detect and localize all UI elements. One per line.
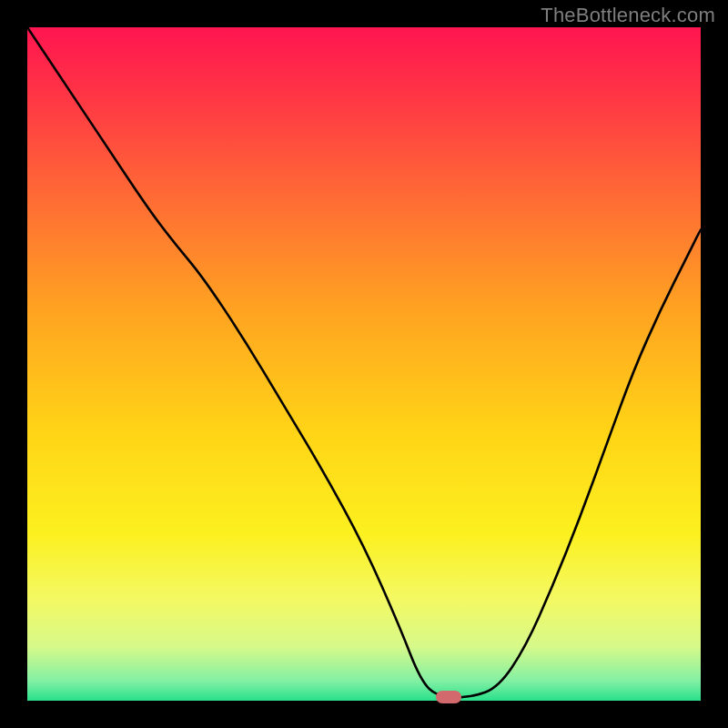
chart-frame: TheBottleneck.com	[0, 0, 728, 728]
gradient-plot-area	[27, 27, 701, 701]
watermark-text: TheBottleneck.com	[541, 4, 715, 27]
optimal-marker	[436, 691, 461, 703]
